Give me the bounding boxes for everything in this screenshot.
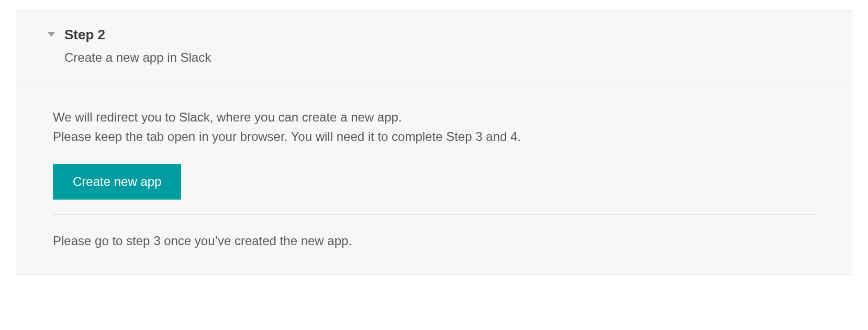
- step-description-line-1: We will redirect you to Slack, where you…: [53, 107, 815, 127]
- divider: [53, 214, 815, 215]
- step-footer-note: Please go to step 3 once you’ve created …: [53, 234, 815, 248]
- step-panel: Step 2 Create a new app in Slack We will…: [16, 10, 852, 275]
- step-header[interactable]: Step 2 Create a new app in Slack: [16, 11, 852, 81]
- step-title: Step 2: [64, 27, 211, 43]
- svg-marker-0: [48, 32, 55, 37]
- step-header-text: Step 2 Create a new app in Slack: [64, 27, 211, 65]
- caret-down-icon: [48, 32, 55, 37]
- step-description-line-2: Please keep the tab open in your browser…: [53, 127, 815, 146]
- step-subtitle: Create a new app in Slack: [64, 50, 211, 65]
- create-new-app-button[interactable]: Create new app: [53, 164, 181, 200]
- step-body: We will redirect you to Slack, where you…: [16, 81, 852, 274]
